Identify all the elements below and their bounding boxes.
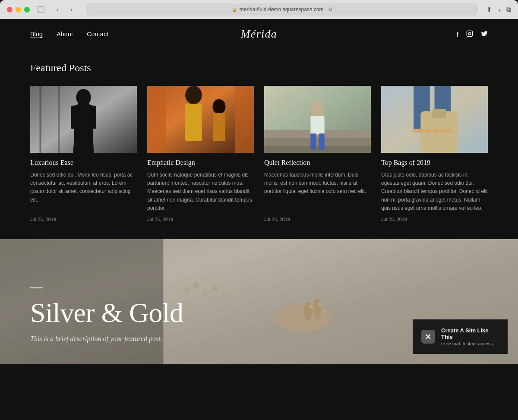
post-card-3: Quiet Reflection Maecenas faucibus molli… — [264, 86, 371, 222]
forward-button[interactable]: › — [65, 3, 77, 16]
sidebar-toggle-icon[interactable] — [37, 6, 44, 13]
toolbar-actions: ⬆ + ⧉ — [486, 6, 511, 13]
maximize-button[interactable] — [24, 7, 30, 13]
hero-title[interactable]: Silver & Gold — [30, 297, 183, 329]
post-card-1: Luxurious Ease Donec sed odio dui. Morbi… — [30, 86, 137, 222]
post-title-1[interactable]: Luxurious Ease — [30, 159, 137, 167]
instagram-icon[interactable] — [466, 30, 473, 38]
svg-rect-28 — [310, 133, 316, 150]
twitter-icon[interactable] — [481, 30, 488, 38]
svg-point-20 — [212, 99, 225, 114]
post-image-3[interactable] — [264, 86, 371, 153]
lock-icon: 🔒 — [232, 7, 237, 12]
svg-rect-34 — [432, 109, 446, 118]
svg-rect-12 — [89, 106, 96, 129]
browser-titlebar: ‹ › 🔒 merida-fluid-demo.squarespace.com … — [0, 0, 518, 19]
nav-about[interactable]: About — [57, 31, 73, 38]
svg-rect-21 — [213, 113, 225, 141]
svg-rect-14 — [85, 136, 93, 153]
address-bar[interactable]: 🔒 merida-fluid-demo.squarespace.com ↻ — [86, 3, 478, 16]
svg-rect-19 — [185, 104, 202, 141]
svg-rect-16 — [147, 86, 166, 153]
post-excerpt-4: Cras justo odio, dapibus ac facilisis in… — [381, 171, 488, 212]
website-content: Blog About Contact Mérida f — [0, 19, 518, 420]
svg-rect-36 — [433, 129, 452, 133]
facebook-icon[interactable]: f — [457, 31, 458, 38]
post-title-4[interactable]: Top Bags of 2019 — [381, 159, 488, 167]
post-excerpt-2: Cum sociis natoque penatibus et magnis d… — [147, 171, 254, 212]
post-date-3: Jul 25, 2019 — [264, 217, 371, 222]
squarespace-logo — [421, 330, 435, 344]
hero-dash — [30, 287, 43, 288]
svg-rect-7 — [39, 86, 41, 153]
svg-rect-0 — [37, 7, 44, 13]
post-date-4: Jul 25, 2019 — [381, 217, 488, 222]
reload-icon[interactable]: ↻ — [328, 6, 332, 13]
svg-rect-8 — [58, 86, 60, 153]
close-button[interactable] — [7, 7, 13, 13]
cta-title: Create A Site Like This — [441, 327, 499, 340]
post-title-3[interactable]: Quiet Reflection — [264, 159, 371, 167]
share-icon[interactable]: ⬆ — [486, 6, 492, 13]
svg-rect-29 — [319, 133, 325, 150]
cta-widget[interactable]: Create A Site Like This Free trial. Inst… — [413, 319, 508, 354]
post-date-2: Jul 25, 2019 — [147, 217, 254, 222]
post-card-2: Emphatic Design Cum sociis natoque penat… — [147, 86, 254, 222]
tabs-icon[interactable]: ⧉ — [506, 6, 511, 13]
browser-nav-buttons: ‹ › — [51, 3, 77, 16]
svg-rect-13 — [74, 136, 82, 153]
svg-rect-2 — [467, 31, 472, 36]
minimize-button[interactable] — [16, 7, 21, 13]
post-image-4[interactable] — [381, 86, 488, 153]
post-excerpt-3: Maecenas faucibus mollis interdum. Duis … — [264, 171, 371, 212]
post-card-4: Top Bags of 2019 Cras justo odio, dapibu… — [381, 86, 488, 222]
hero-description: This is a brief description of your feat… — [30, 335, 183, 343]
featured-posts-title: Featured Posts — [30, 62, 488, 74]
traffic-lights — [7, 7, 30, 13]
site-navigation: Blog About Contact Mérida f — [0, 19, 518, 49]
nav-right: f — [457, 30, 488, 38]
hero-section: Silver & Gold This is a brief descriptio… — [0, 239, 518, 364]
svg-point-18 — [185, 86, 202, 104]
svg-point-26 — [310, 101, 324, 117]
post-image-2[interactable] — [147, 86, 254, 153]
posts-grid: Luxurious Ease Donec sed odio dui. Morbi… — [30, 86, 488, 222]
svg-rect-27 — [310, 116, 324, 134]
svg-point-9 — [76, 89, 91, 106]
main-content: Featured Posts — [0, 49, 518, 239]
svg-rect-11 — [71, 106, 78, 129]
cta-subtitle: Free trial. Instant access. — [441, 341, 499, 346]
nav-blog[interactable]: Blog — [30, 31, 43, 38]
site-logo[interactable]: Mérida — [241, 28, 277, 41]
svg-rect-35 — [413, 129, 431, 133]
nav-left: Blog About Contact — [30, 31, 108, 38]
svg-point-4 — [471, 32, 471, 32]
cta-text: Create A Site Like This Free trial. Inst… — [441, 327, 499, 346]
svg-point-3 — [468, 32, 471, 35]
svg-rect-17 — [235, 86, 254, 153]
post-excerpt-1: Donec sed odio dui. Morbi leo risus, por… — [30, 171, 137, 212]
svg-rect-25 — [264, 146, 371, 153]
svg-rect-10 — [74, 105, 93, 137]
new-tab-icon[interactable]: + — [497, 6, 501, 13]
post-date-1: Jul 25, 2019 — [30, 217, 137, 222]
back-button[interactable]: ‹ — [51, 3, 63, 16]
hero-content: Silver & Gold This is a brief descriptio… — [30, 287, 183, 343]
nav-contact[interactable]: Contact — [87, 31, 108, 38]
url-text: merida-fluid-demo.squarespace.com — [240, 6, 324, 13]
post-image-1[interactable] — [30, 86, 137, 153]
post-title-2[interactable]: Emphatic Design — [147, 159, 254, 167]
